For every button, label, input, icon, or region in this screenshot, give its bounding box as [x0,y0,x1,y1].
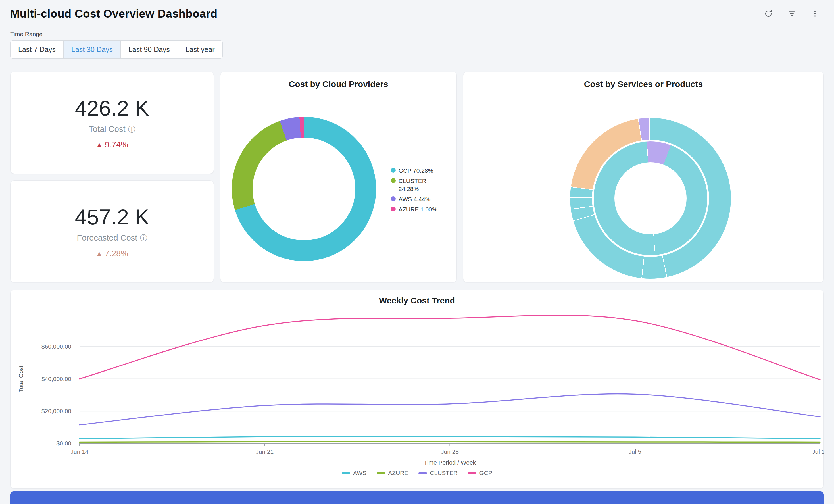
trend-chart-title: Weekly Cost Trend [10,296,824,305]
filter-icon[interactable] [786,8,797,19]
providers-legend: GCP 70.28% CLUSTER 24.28% AWS 4.44% AZUR… [391,167,442,216]
time-range-selector: Last 7 Days Last 30 Days Last 90 Days La… [10,40,824,59]
legend-label: AZURE [388,469,408,477]
trend-chart[interactable]: $0.00$20,000.00$40,000.00$60,000.00Jun 1… [10,307,824,469]
trend-legend: AWSAZURECLUSTERGCP [10,469,824,477]
svg-text:Jun 14: Jun 14 [70,448,88,455]
kpi-column: 426.2 K Total Cost ⓘ ▲ 9.74% 457.2 K For… [10,72,214,282]
time-range-last-90-days[interactable]: Last 90 Days [120,40,178,59]
sunburst-hole [614,162,686,234]
cost-by-services-card: Cost by Services or Products [463,72,824,282]
legend-item-cluster[interactable]: CLUSTER 24.28% [391,177,442,193]
forecasted-cost-label: Forecasted Cost [77,233,137,243]
kebab-menu-icon[interactable] [810,8,820,19]
forecasted-cost-delta: ▲ 7.28% [96,249,128,258]
total-cost-label: Total Cost [89,125,126,134]
time-range-label: Time Range [10,31,824,38]
providers-donut[interactable] [232,117,376,261]
total-cost-delta: ▲ 9.74% [96,140,128,149]
providers-donut-hole [253,137,355,240]
legend-item-aws[interactable]: AWS [342,469,367,477]
total-cost-value: 426.2 K [75,96,149,120]
forecasted-cost-value: 457.2 K [75,204,149,229]
legend-item-aws[interactable]: AWS 4.44% [391,195,442,203]
total-cost-card: 426.2 K Total Cost ⓘ ▲ 9.74% [10,72,214,174]
info-icon[interactable]: ⓘ [128,126,135,133]
services-sunburst[interactable] [570,118,731,279]
legend-dot [391,178,396,183]
dashboard-page: Multi-cloud Cost Overview Dashboard Time… [0,0,834,504]
svg-text:Jul 12: Jul 12 [812,448,824,455]
legend-swatch [468,473,476,474]
time-range-last-30-days[interactable]: Last 30 Days [63,40,121,59]
legend-dot [391,196,396,201]
time-range-section: Time Range Last 7 Days Last 30 Days Last… [10,31,824,59]
legend-dot [391,206,396,211]
legend-swatch [342,473,350,474]
legend-label: CLUSTER [430,469,458,477]
legend-item-gcp[interactable]: GCP [468,469,492,477]
topbar: Multi-cloud Cost Overview Dashboard [10,6,824,21]
up-triangle-icon: ▲ [96,141,103,149]
svg-text:Jul 5: Jul 5 [629,448,641,455]
svg-text:Time Period / Week: Time Period / Week [424,459,476,466]
legend-item-cluster[interactable]: CLUSTER [418,469,458,477]
legend-dot [391,168,396,173]
svg-text:$40,000.00: $40,000.00 [42,376,71,382]
forecasted-cost-card: 457.2 K Forecasted Cost ⓘ ▲ 7.28% [10,180,214,283]
page-title: Multi-cloud Cost Overview Dashboard [10,7,217,20]
topbar-actions [763,8,824,19]
legend-swatch [377,473,385,474]
top-cards-row: 426.2 K Total Cost ⓘ ▲ 9.74% 457.2 K For… [10,72,824,282]
legend-item-gcp[interactable]: GCP 70.28% [391,167,442,174]
legend-label: GCP [479,469,492,477]
up-triangle-icon: ▲ [96,250,103,257]
svg-text:$0.00: $0.00 [56,440,71,446]
refresh-icon[interactable] [763,8,774,19]
weekly-cost-trend-card: Weekly Cost Trend $0.00$20,000.00$40,000… [10,290,824,489]
bottom-panel-peek [10,491,824,504]
svg-text:$60,000.00: $60,000.00 [42,343,71,350]
legend-label: AWS [353,469,367,477]
svg-text:Jun 28: Jun 28 [441,448,459,455]
providers-chart-title: Cost by Cloud Providers [220,72,457,89]
svg-text:Total Cost: Total Cost [18,366,24,392]
legend-item-azure[interactable]: AZURE 1.00% [391,205,442,213]
services-chart-title: Cost by Services or Products [463,72,824,89]
info-icon[interactable]: ⓘ [140,234,147,241]
time-range-last-7-days[interactable]: Last 7 Days [10,40,64,59]
svg-text:$20,000.00: $20,000.00 [42,408,71,414]
svg-text:Jun 21: Jun 21 [256,448,273,455]
cost-by-providers-card: Cost by Cloud Providers GCP 70.28% CLUST… [220,72,457,282]
time-range-last-year[interactable]: Last year [178,40,223,59]
legend-swatch [418,473,427,474]
legend-item-azure[interactable]: AZURE [377,469,408,477]
